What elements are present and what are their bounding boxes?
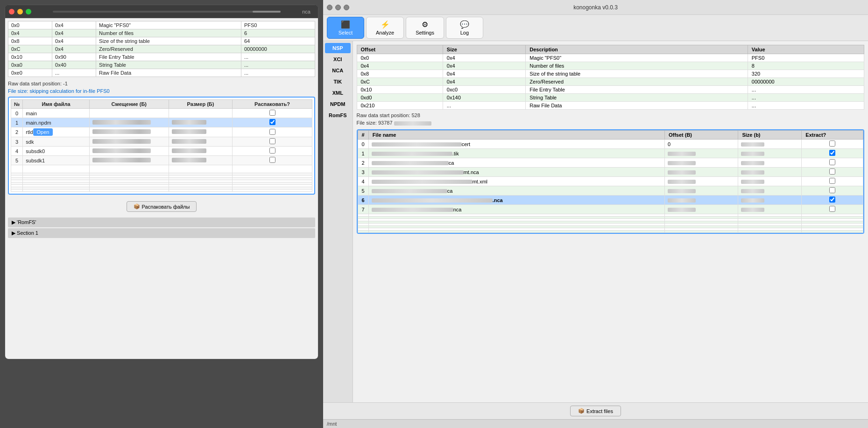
r-col-offset-b: Offset (B) [664,131,738,140]
left-titlebar: nca [5,5,318,18]
section1-toggle[interactable]: ▶ Section 1 [8,228,315,238]
analyze-button[interactable]: ⚡ Analyze [366,17,404,39]
left-panel: nca 0x00x4Magic "PFS0"PFS00x40x4Number o… [5,5,318,359]
filename-blur [372,152,452,156]
extract-checkbox-4[interactable] [269,147,275,154]
tab-xci[interactable]: XCI [325,54,351,64]
package-icon-right: 📦 [578,408,585,414]
extract-files-left-label: Распаковать файлы [142,204,190,210]
table-row: 1 main.npdm [11,118,312,127]
log-button[interactable]: 💬 Log [446,17,483,39]
right-file-table: # File name Offset (B) Size (b) Extract?… [358,130,864,233]
r-extract-checkbox-4[interactable] [829,178,835,184]
select-button[interactable]: ⬛ Select [327,17,364,39]
titlebar-scrollbar[interactable] [53,11,281,13]
left-raw-data-pos: Raw data start position: -1 [8,81,315,86]
win-dot-3[interactable] [344,5,349,10]
filesize-blurred [394,120,431,126]
r-extract-checkbox-0[interactable] [829,140,835,147]
extract-files-right-button[interactable]: 📦 Extract files [570,406,621,416]
table-row: 3 mt.nca [358,168,863,177]
table-row: 2 rtldOpen [11,127,312,137]
maximize-dot[interactable] [26,9,31,14]
table-row: 0xe0...Raw File Data... [8,69,315,77]
extract-checkbox-1[interactable] [269,119,275,125]
settings-button[interactable]: ⚙ Settings [406,17,444,39]
filename-blur [372,208,453,212]
extract-checkbox-2[interactable] [269,129,275,135]
table-row: 0 main [11,109,312,118]
r-extract-checkbox-6[interactable] [829,196,835,203]
table-row: 5 ca [358,186,863,196]
r-col-extract: Extract? [802,131,863,140]
table-row: 0x80x4Size of the string table320 [357,70,864,78]
r-col-value: Value [748,45,864,54]
tab-nca[interactable]: NCA [325,65,351,76]
table-row: 2 ca [358,158,863,168]
table-row [358,231,863,233]
extract-files-left-container: 📦 Распаковать файлы [8,198,315,215]
romfs-toggle[interactable]: ▶ 'RomFS' [8,218,315,227]
filename-blur [372,142,462,147]
tab-nsp[interactable]: NSP [325,43,351,53]
filename-blur [372,170,464,175]
log-label: Log [460,30,469,35]
extract-checkbox-5[interactable] [269,157,275,163]
app-title: konogonka v0.0.3 [573,4,618,11]
table-row: 0xC0x4Zero/Reserved00000000 [8,45,315,53]
extract-checkbox-0[interactable] [269,110,275,116]
col-extract: Распаковать? [233,100,312,109]
analyze-label: Analyze [376,30,394,35]
r-col-size-b: Size (b) [738,131,802,140]
table-row: 4 subsdk0 [11,147,312,156]
r-extract-checkbox-2[interactable] [829,159,835,165]
r-extract-checkbox-1[interactable] [829,150,835,156]
col-size: Размер (Б) [169,100,232,109]
left-content-area: 0x00x4Magic "PFS0"PFS00x40x4Number of fi… [5,18,318,359]
toolbar: ⬛ Select ⚡ Analyze ⚙ Settings 💬 Log [323,15,868,41]
table-row: 0 cert 0 [358,140,863,149]
table-row: 0x100x90File Entry Table... [8,53,315,61]
tab-npdm[interactable]: NPDM [325,99,351,109]
table-row: 1 .tik [358,149,863,158]
r-extract-checkbox-5[interactable] [829,187,835,193]
table-row: 0xa00x40String Table... [8,61,315,69]
side-tabs: NSP XCI NCA TIK XML NPDM RomFS [323,41,353,402]
select-icon: ⬛ [341,20,350,29]
table-row: 0xC0x4Zero/Reserved00000000 [357,78,864,86]
table-row: 0x40x4Number of files6 [8,29,315,37]
left-file-size: File size: skipping calculation for in-f… [8,88,315,94]
table-row: 5 subsdk1 [11,156,312,165]
col-filename: Имя файла [23,100,90,109]
win-dot-2[interactable] [335,5,341,10]
right-raw-data-pos: Raw data start position: 528 [357,112,865,118]
r-col-filename: File name [368,131,664,140]
nca-label: nca [302,9,311,14]
extract-files-left-button[interactable]: 📦 Распаковать файлы [127,201,197,212]
table-row: 0x40x4Number of files8 [357,62,864,70]
table-row: 0x100xc0File Entry Table... [357,86,864,94]
left-file-table: № Имя файла Смещение (Б) Размер (Б) Расп… [11,99,312,192]
win-dot-1[interactable] [327,5,332,10]
left-header-table: 0x00x4Magic "PFS0"PFS00x40x4Number of fi… [8,21,315,77]
col-offset: Смещение (Б) [89,100,169,109]
r-extract-checkbox-7[interactable] [829,206,835,212]
filename-blur [372,189,447,193]
close-dot[interactable] [9,9,14,14]
table-row: 6 .nca [358,196,863,205]
tab-romfs[interactable]: RomFS [325,110,351,120]
r-col-num: # [358,131,368,140]
extract-checkbox-3[interactable] [269,138,275,144]
right-panel: konogonka v0.0.3 ⬛ Select ⚡ Analyze ⚙ Se… [323,0,868,428]
table-row: 4 mt.xml [358,177,863,186]
tab-tik[interactable]: TIK [325,77,351,87]
content-area: Offset Size Description Value 0x00x4Magi… [353,41,868,402]
path-text: /mnt [327,421,337,427]
minimize-dot[interactable] [17,9,23,14]
r-extract-checkbox-3[interactable] [829,168,835,175]
open-button[interactable]: Open [33,128,53,136]
analyze-icon: ⚡ [381,20,390,29]
right-file-size: File size: 93787 [357,120,865,126]
package-icon: 📦 [134,203,140,210]
tab-xml[interactable]: XML [325,88,351,98]
